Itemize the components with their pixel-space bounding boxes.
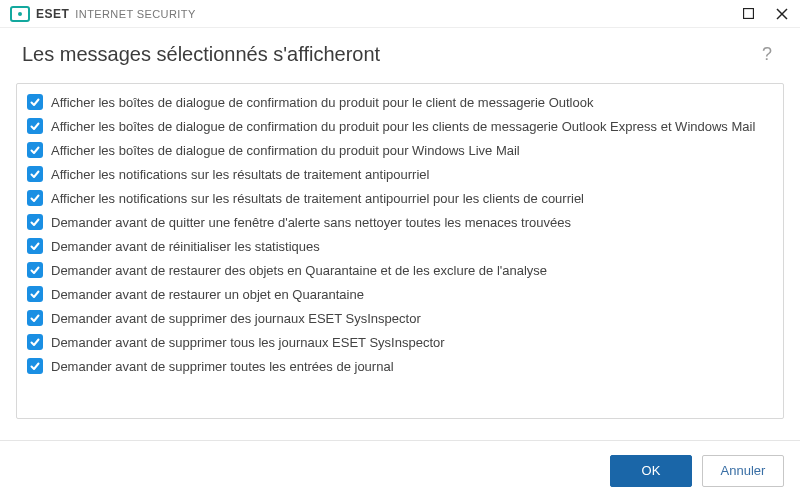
list-item: Afficher les boîtes de dialogue de confi… — [25, 90, 779, 114]
ok-button[interactable]: OK — [610, 455, 692, 487]
checkbox[interactable] — [27, 214, 43, 230]
maximize-icon — [743, 8, 754, 19]
check-icon — [30, 217, 40, 227]
checkbox[interactable] — [27, 358, 43, 374]
list-item-label: Demander avant de supprimer tous les jou… — [51, 335, 445, 350]
alerts-list: Afficher les boîtes de dialogue de confi… — [17, 84, 783, 384]
checkbox[interactable] — [27, 262, 43, 278]
list-item-label: Afficher les notifications sur les résul… — [51, 191, 584, 206]
window-controls — [736, 4, 794, 24]
close-icon — [776, 8, 788, 20]
list-item-label: Demander avant de réinitialiser les stat… — [51, 239, 320, 254]
maximize-button[interactable] — [736, 4, 760, 24]
checkbox[interactable] — [27, 310, 43, 326]
check-icon — [30, 145, 40, 155]
checkbox[interactable] — [27, 190, 43, 206]
checkbox[interactable] — [27, 334, 43, 350]
svg-rect-0 — [743, 9, 753, 19]
check-icon — [30, 337, 40, 347]
checkbox[interactable] — [27, 166, 43, 182]
brand-eset: ESET — [36, 7, 69, 21]
list-item: Demander avant de supprimer tous les jou… — [25, 330, 779, 354]
list-item: Afficher les boîtes de dialogue de confi… — [25, 114, 779, 138]
list-item: Afficher les boîtes de dialogue de confi… — [25, 138, 779, 162]
list-item-label: Demander avant de quitter une fenêtre d'… — [51, 215, 571, 230]
list-item: Demander avant de quitter une fenêtre d'… — [25, 210, 779, 234]
list-item: Demander avant de réinitialiser les stat… — [25, 234, 779, 258]
check-icon — [30, 193, 40, 203]
alerts-list-panel[interactable]: Afficher les boîtes de dialogue de confi… — [16, 83, 784, 419]
list-item: Demander avant de supprimer des journaux… — [25, 306, 779, 330]
check-icon — [30, 361, 40, 371]
dialog-header: Les messages sélectionnés s'afficheront … — [0, 28, 800, 75]
check-icon — [30, 169, 40, 179]
list-item: Demander avant de restaurer un objet en … — [25, 282, 779, 306]
help-button[interactable]: ? — [756, 42, 778, 67]
list-item-label: Demander avant de restaurer un objet en … — [51, 287, 364, 302]
list-item-label: Afficher les boîtes de dialogue de confi… — [51, 143, 520, 158]
checkbox[interactable] — [27, 94, 43, 110]
check-icon — [30, 241, 40, 251]
list-item: Afficher les notifications sur les résul… — [25, 186, 779, 210]
page-title: Les messages sélectionnés s'afficheront — [22, 43, 380, 66]
list-item: Afficher les notifications sur les résul… — [25, 162, 779, 186]
list-item-label: Demander avant de supprimer toutes les e… — [51, 359, 394, 374]
list-item-label: Demander avant de restaurer des objets e… — [51, 263, 547, 278]
dialog-footer: OK Annuler — [0, 440, 800, 500]
list-item-label: Afficher les boîtes de dialogue de confi… — [51, 95, 593, 110]
eset-logo-icon — [10, 6, 30, 22]
checkbox[interactable] — [27, 286, 43, 302]
list-item-label: Afficher les notifications sur les résul… — [51, 167, 429, 182]
check-icon — [30, 289, 40, 299]
check-icon — [30, 313, 40, 323]
titlebar: ESET INTERNET SECURITY — [0, 0, 800, 28]
list-item-label: Demander avant de supprimer des journaux… — [51, 311, 421, 326]
list-item: Demander avant de restaurer des objets e… — [25, 258, 779, 282]
list-item-label: Afficher les boîtes de dialogue de confi… — [51, 119, 755, 134]
list-item: Demander avant de supprimer toutes les e… — [25, 354, 779, 378]
check-icon — [30, 97, 40, 107]
cancel-button[interactable]: Annuler — [702, 455, 784, 487]
checkbox[interactable] — [27, 142, 43, 158]
check-icon — [30, 121, 40, 131]
checkbox[interactable] — [27, 238, 43, 254]
close-button[interactable] — [770, 4, 794, 24]
brand-product: INTERNET SECURITY — [75, 8, 195, 20]
check-icon — [30, 265, 40, 275]
brand: ESET INTERNET SECURITY — [10, 6, 196, 22]
checkbox[interactable] — [27, 118, 43, 134]
